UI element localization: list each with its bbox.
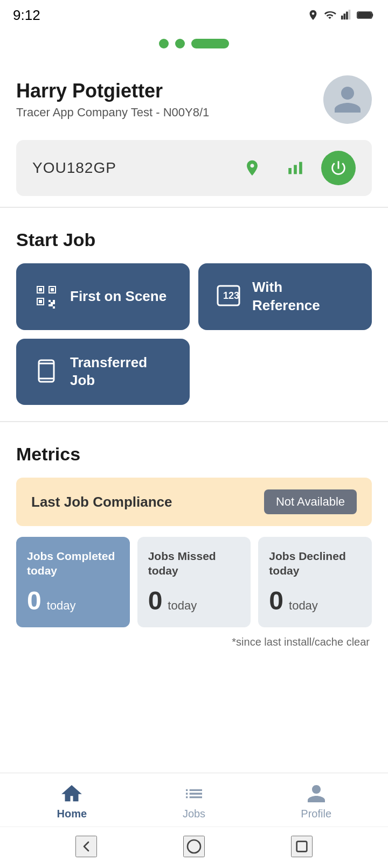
svg-rect-2 xyxy=(346,12,348,20)
jobs-missed-unit: today xyxy=(168,599,197,613)
status-time: 9:12 xyxy=(13,7,40,24)
power-button[interactable] xyxy=(321,151,356,185)
svg-rect-15 xyxy=(297,842,307,852)
phone-icon xyxy=(33,358,59,386)
avatar xyxy=(323,75,372,124)
back-icon xyxy=(78,838,95,855)
jobs-completed-card: Jobs Completed today 0 today xyxy=(16,537,130,627)
svg-rect-3 xyxy=(349,10,351,19)
svg-text:123: 123 xyxy=(223,290,239,301)
jobs-missed-card: Jobs Missed today 0 today xyxy=(137,537,251,627)
wifi-icon xyxy=(323,9,336,21)
location-icon xyxy=(307,9,319,21)
bar-chart-icon xyxy=(286,159,304,177)
transferred-job-button[interactable]: Transferred Job xyxy=(16,339,190,405)
nav-items: Home Jobs Profile xyxy=(0,773,388,827)
progress-dot-2 xyxy=(175,39,185,48)
bottom-nav: Home Jobs Profile xyxy=(0,773,388,868)
with-reference-label: WithReference xyxy=(252,278,320,315)
nav-item-profile-label: Profile xyxy=(301,808,331,820)
metrics-section: Metrics Last Job Compliance Not Availabl… xyxy=(0,428,388,659)
reference-icon: 123 xyxy=(216,283,241,310)
device-id: YOU182GP xyxy=(32,159,116,177)
progress-dash xyxy=(191,39,229,48)
jobs-completed-title: Jobs Completed today xyxy=(27,549,119,578)
svg-rect-8 xyxy=(299,162,302,174)
nav-item-profile[interactable]: Profile xyxy=(255,783,377,820)
metrics-title: Metrics xyxy=(16,444,372,465)
with-reference-button[interactable]: 123 WithReference xyxy=(198,263,372,330)
recents-icon xyxy=(293,838,310,855)
profile-text: Harry Potgietter Tracer App Company Test… xyxy=(16,80,209,120)
device-actions xyxy=(235,151,356,185)
section-divider-2 xyxy=(0,421,388,422)
avatar-icon xyxy=(331,83,364,116)
jobs-missed-value: 0 xyxy=(148,586,163,615)
nav-item-jobs-label: Jobs xyxy=(183,808,205,820)
android-nav xyxy=(0,827,388,868)
home-button[interactable] xyxy=(183,836,205,857)
jobs-completed-unit: today xyxy=(47,599,76,613)
svg-rect-1 xyxy=(344,13,346,19)
compliance-badge: Not Available xyxy=(264,489,357,514)
jobs-completed-value-row: 0 today xyxy=(27,586,119,615)
jobs-missed-title: Jobs Missed today xyxy=(148,549,240,578)
status-icons xyxy=(307,9,375,21)
android-home-icon xyxy=(185,838,203,855)
metrics-note: *since last install/cache clear xyxy=(16,636,372,648)
qr-icon xyxy=(33,283,59,310)
back-button[interactable] xyxy=(75,836,97,857)
jobs-nav-icon xyxy=(183,783,205,804)
jobs-missed-value-row: 0 today xyxy=(148,586,240,615)
jobs-declined-title: Jobs Declined today xyxy=(269,549,361,578)
start-job-title: Start Job xyxy=(16,229,372,250)
location-pin-icon xyxy=(243,159,261,177)
nav-item-home[interactable]: Home xyxy=(11,783,133,820)
profile-section: Harry Potgietter Tracer App Company Test… xyxy=(0,65,388,135)
device-bar: YOU182GP xyxy=(16,140,372,196)
svg-rect-5 xyxy=(358,13,371,18)
progress-dot-1 xyxy=(159,39,169,48)
compliance-label: Last Job Compliance xyxy=(31,494,172,510)
jobs-declined-value: 0 xyxy=(269,586,283,615)
first-on-scene-button[interactable]: First on Scene xyxy=(16,263,190,330)
profile-nav-icon xyxy=(306,783,327,804)
section-divider-1 xyxy=(0,207,388,208)
battery-icon xyxy=(357,10,375,20)
signal-icon xyxy=(341,9,352,21)
status-bar: 9:12 xyxy=(0,0,388,28)
svg-rect-0 xyxy=(341,16,343,19)
svg-rect-6 xyxy=(288,168,292,174)
jobs-completed-value: 0 xyxy=(27,586,41,615)
profile-name: Harry Potgietter xyxy=(16,80,209,102)
power-icon xyxy=(329,159,348,177)
profile-subtitle: Tracer App Company Test - N00Y8/1 xyxy=(16,106,209,120)
svg-rect-7 xyxy=(294,165,297,174)
nav-item-jobs[interactable]: Jobs xyxy=(133,783,255,820)
jobs-declined-value-row: 0 today xyxy=(269,586,361,615)
metrics-grid: Jobs Completed today 0 today Jobs Missed… xyxy=(16,537,372,627)
home-nav-icon xyxy=(61,783,82,804)
recents-button[interactable] xyxy=(291,836,313,857)
job-buttons: First on Scene 123 WithReference xyxy=(16,263,372,405)
compliance-bar: Last Job Compliance Not Available xyxy=(16,478,372,526)
stats-button[interactable] xyxy=(278,151,313,185)
jobs-declined-unit: today xyxy=(289,599,318,613)
svg-point-14 xyxy=(188,840,200,853)
first-on-scene-label: First on Scene xyxy=(70,288,167,306)
start-job-section: Start Job First on Scene 123 xyxy=(0,213,388,416)
jobs-declined-card: Jobs Declined today 0 today xyxy=(258,537,372,627)
progress-dots xyxy=(0,28,388,65)
nav-item-home-label: Home xyxy=(57,808,87,820)
transferred-job-label: Transferred Job xyxy=(70,354,172,390)
location-button[interactable] xyxy=(235,151,269,185)
